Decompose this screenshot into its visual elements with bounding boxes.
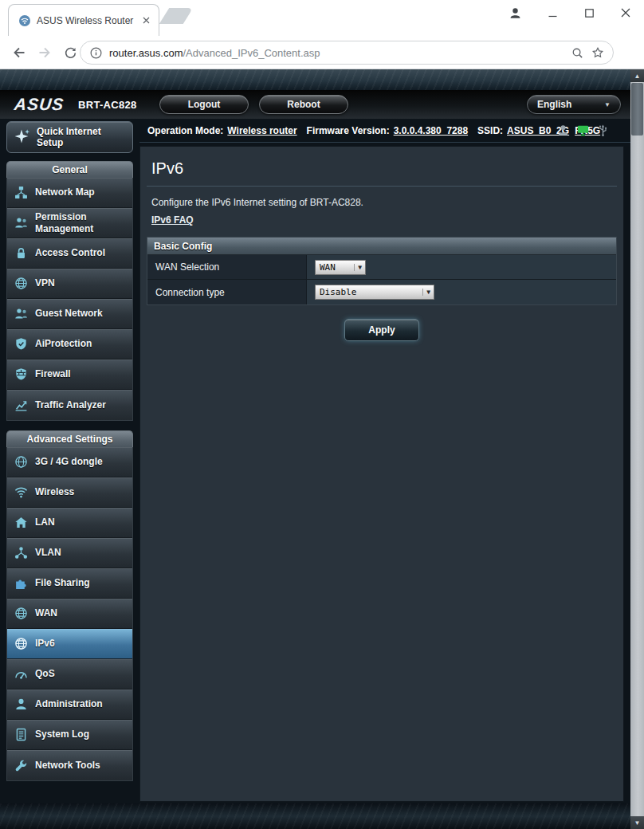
- sidebar-item-label: Access Control: [35, 247, 105, 258]
- ipv6-faq-link[interactable]: IPv6 FAQ: [151, 214, 194, 226]
- sidebar-item-ipv6[interactable]: IPv6: [7, 629, 132, 659]
- header-texture-band: [0, 69, 630, 90]
- wan-selection-dropdown[interactable]: WAN ▼: [315, 260, 366, 275]
- browser-profile-icon[interactable]: [499, 1, 531, 25]
- sidebar-item-label: Network Map: [35, 187, 95, 198]
- router-header: ASUS BRT-AC828 Logout Reboot English ▼: [0, 90, 630, 119]
- sidebar-item-network-map[interactable]: Network Map: [7, 178, 132, 208]
- table-row: WAN Selection WAN ▼: [147, 255, 616, 280]
- wan-selection-label: WAN Selection: [147, 255, 307, 279]
- scrollbar-thumb[interactable]: [631, 83, 643, 136]
- sidebar-item-vpn[interactable]: VPN: [7, 269, 132, 299]
- operation-mode-link[interactable]: Wireless router: [227, 125, 296, 136]
- window-controls: [499, 0, 644, 26]
- browser-titlebar: ASUS Wireless Router BR: [0, 0, 644, 36]
- sidebar-item-label: AiProtection: [35, 338, 92, 349]
- permission-management-icon: [14, 216, 28, 230]
- sidebar-item-aiprotection[interactable]: AiProtection: [7, 329, 132, 359]
- maximize-button[interactable]: [571, 1, 607, 25]
- sidebar-nav-advanced: 3G / 4G dongle Wireless LAN: [6, 447, 133, 781]
- firewall-shield-icon: [14, 367, 28, 381]
- connection-type-dropdown[interactable]: Disable ▼: [315, 285, 434, 300]
- tab-title: ASUS Wireless Router BR: [37, 15, 134, 26]
- sidebar-item-label: System Log: [35, 729, 89, 740]
- sidebar-item-access-control[interactable]: Access Control: [7, 238, 132, 269]
- table-row: Connection type Disable ▼: [147, 280, 616, 304]
- url-host: router.asus.com: [109, 47, 183, 59]
- wan-selection-value: WAN: [320, 262, 336, 273]
- connection-type-cell: Disable ▼: [307, 280, 616, 304]
- sidebar-item-label: Traffic Analyzer: [35, 399, 106, 411]
- firmware-version-link[interactable]: 3.0.0.4.380_7288: [394, 125, 468, 136]
- footer-texture-band: [0, 803, 630, 829]
- sidebar-item-guest-network[interactable]: Guest Network: [7, 299, 132, 329]
- screen: { "browser": { "tab_title": "ASUS Wirele…: [0, 0, 644, 829]
- address-bar[interactable]: router.asus.com/Advanced_IPv6_Content.as…: [80, 41, 614, 65]
- vertical-scrollbar[interactable]: ▲ ▼: [630, 69, 644, 829]
- reload-button[interactable]: [59, 41, 81, 64]
- scroll-down-button[interactable]: ▼: [630, 816, 644, 829]
- firmware-label: Firmware Version:: [307, 125, 390, 136]
- sidebar-item-wireless[interactable]: Wireless: [7, 477, 132, 508]
- shield-icon: [14, 337, 28, 351]
- sidebar-item-lan[interactable]: LAN: [7, 508, 132, 538]
- wifi-icon: [14, 485, 28, 499]
- sidebar-section-advanced-settings: Advanced Settings: [6, 430, 133, 447]
- sidebar-item-label: Administration: [35, 698, 103, 709]
- sidebar-item-label: WAN: [35, 607, 57, 619]
- sidebar-item-permission-management[interactable]: Permission Management: [7, 208, 132, 238]
- page-info-icon[interactable]: [88, 45, 103, 60]
- scroll-up-button[interactable]: ▲: [630, 69, 644, 82]
- url-text[interactable]: router.asus.com/Advanced_IPv6_Content.as…: [109, 47, 564, 59]
- sidebar-item-firewall[interactable]: Firewall: [7, 359, 132, 390]
- wan-status-icon[interactable]: [576, 124, 590, 137]
- back-button[interactable]: [8, 41, 30, 64]
- main-content: IPv6 Configure the IPv6 Internet setting…: [139, 146, 624, 802]
- sidebar-item-quick-internet-setup[interactable]: Quick Internet Setup: [6, 121, 133, 153]
- operation-mode-label: Operation Mode:: [147, 125, 223, 136]
- sidebar-item-administration[interactable]: Administration: [7, 690, 132, 720]
- sidebar-item-traffic-analyzer[interactable]: Traffic Analyzer: [7, 390, 132, 420]
- ssid-label: SSID:: [477, 125, 503, 136]
- gauge-icon: [14, 667, 28, 681]
- chevron-down-icon: ▼: [354, 264, 362, 271]
- ipv6-globe-icon: [14, 637, 28, 650]
- connection-type-value: Disable: [320, 287, 356, 297]
- sidebar-item-label: Wireless: [35, 486, 74, 497]
- sidebar-item-qos[interactable]: QoS: [7, 659, 132, 690]
- chevron-down-icon: ▼: [422, 289, 430, 296]
- usb-status-icon[interactable]: [596, 124, 610, 137]
- guest-network-icon: [14, 307, 28, 320]
- browser-tab[interactable]: ASUS Wireless Router BR: [8, 4, 159, 36]
- forward-button[interactable]: [33, 41, 56, 64]
- bookmark-star-icon[interactable]: [591, 45, 605, 60]
- minimize-button[interactable]: [534, 1, 571, 25]
- new-tab-button[interactable]: [159, 8, 193, 24]
- close-button[interactable]: [607, 1, 644, 25]
- network-map-icon: [14, 186, 28, 199]
- sidebar-item-label: VPN: [35, 277, 55, 289]
- asus-logo: ASUS: [14, 95, 65, 114]
- browser-toolbar: router.asus.com/Advanced_IPv6_Content.as…: [0, 36, 644, 69]
- sidebar-item-wan[interactable]: WAN: [7, 599, 132, 629]
- sidebar-item-network-tools[interactable]: Network Tools: [7, 750, 132, 780]
- language-dropdown[interactable]: English ▼: [527, 95, 621, 114]
- tab-close-icon[interactable]: [139, 14, 152, 27]
- sidebar-item-vlan[interactable]: VLAN: [7, 538, 132, 568]
- sidebar-item-system-log[interactable]: System Log: [7, 720, 132, 750]
- table-header: Basic Config: [147, 238, 616, 255]
- zoom-icon[interactable]: [570, 45, 584, 60]
- router-page: ASUS BRT-AC828 Logout Reboot English ▼ O…: [0, 69, 644, 829]
- sidebar-item-label: 3G / 4G dongle: [35, 456, 103, 467]
- house-icon: [14, 516, 28, 529]
- sidebar-item-file-sharing[interactable]: File Sharing: [7, 568, 132, 599]
- client-status-icon[interactable]: [556, 124, 570, 137]
- page-title: IPv6: [147, 155, 617, 187]
- sidebar-nav-general: Network Map Permission Management: [6, 178, 133, 421]
- sidebar-item-label: QoS: [35, 668, 55, 679]
- vlan-nodes-icon: [14, 546, 28, 560]
- logout-button[interactable]: Logout: [159, 95, 249, 114]
- sidebar-item-3g-4g-dongle[interactable]: 3G / 4G dongle: [7, 447, 132, 477]
- apply-button[interactable]: Apply: [344, 319, 419, 341]
- reboot-button[interactable]: Reboot: [259, 95, 348, 114]
